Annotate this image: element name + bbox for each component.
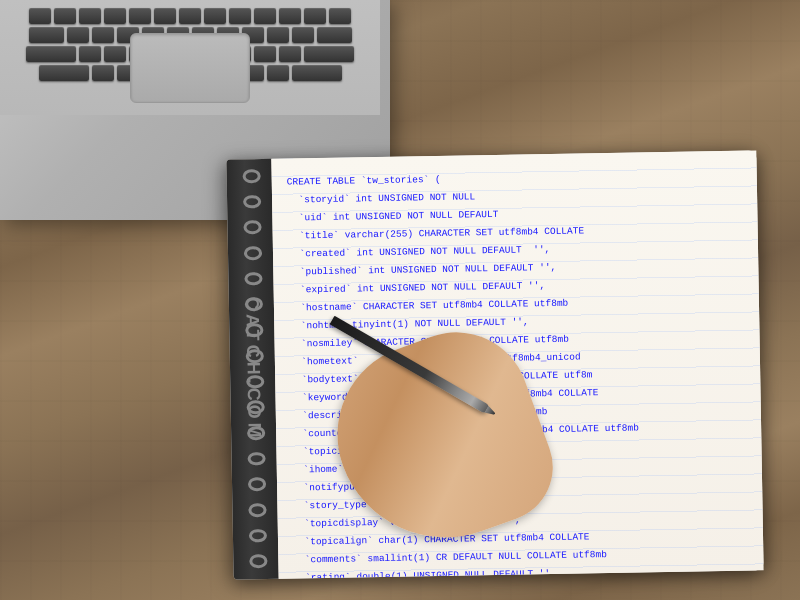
key (39, 65, 89, 81)
key (279, 8, 301, 24)
laptop-keyboard (0, 0, 380, 115)
spiral-loop (247, 452, 265, 466)
notebook-spine: CATCH.COM (226, 159, 278, 580)
trackpad (130, 33, 250, 103)
key (292, 65, 342, 81)
spiral-loop (249, 529, 267, 543)
spiral-loop (249, 554, 267, 568)
spiral-loop (248, 503, 266, 517)
spiral-loop (244, 272, 262, 286)
key (154, 8, 176, 24)
spiral-loop (243, 169, 261, 183)
key (254, 46, 276, 62)
key (26, 46, 76, 62)
hand-shape (312, 312, 568, 568)
key (304, 46, 354, 62)
key (279, 46, 301, 62)
key (229, 8, 251, 24)
key (254, 8, 276, 24)
key (104, 8, 126, 24)
key (92, 65, 114, 81)
key (329, 8, 351, 24)
spiral-loop (244, 246, 262, 260)
key (92, 27, 114, 43)
key (317, 27, 352, 43)
key (304, 8, 326, 24)
key (29, 8, 51, 24)
spiral-loop (243, 220, 261, 234)
key (79, 46, 101, 62)
spiral-loop (243, 195, 261, 209)
key (267, 65, 289, 81)
key (292, 27, 314, 43)
key (179, 8, 201, 24)
hand (310, 320, 570, 540)
key (129, 8, 151, 24)
key (267, 27, 289, 43)
key (204, 8, 226, 24)
key (79, 8, 101, 24)
key (54, 8, 76, 24)
spine-label: CATCH.COM (241, 297, 265, 442)
key (67, 27, 89, 43)
key (104, 46, 126, 62)
key (29, 27, 64, 43)
key-row-1 (10, 8, 370, 24)
spiral-loop (248, 477, 266, 491)
